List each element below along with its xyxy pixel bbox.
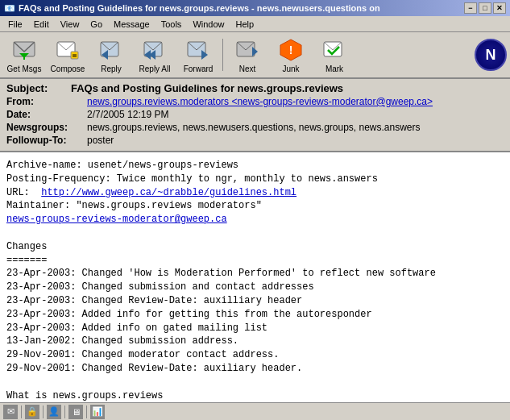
body-line-1: Posting-Frequency: Twice monthly to ngr,… [6,173,504,186]
followupto-row: Followup-To: poster [6,135,504,146]
title-bar-left: 📧 FAQs and Posting Guidelines for news.g… [4,3,380,14]
next-label: Next [239,64,256,73]
status-envelope-icon[interactable]: ✉ [3,405,18,419]
change-8: 29-Nov-2001: Changed Review-Date: auxili… [6,362,504,376]
maximize-button[interactable]: □ [479,2,491,14]
changes-heading: Changes [6,240,504,254]
reply-button[interactable]: Reply [90,34,132,76]
menu-window[interactable]: Window [188,18,229,31]
mark-icon [321,37,347,63]
forward-button[interactable]: Forward [177,34,219,76]
minimize-button[interactable]: − [464,2,477,14]
reply-all-button[interactable]: Reply All [134,34,176,76]
status-divider-1 [21,405,22,418]
email-link[interactable]: news-groups-reviews-moderator@gweep.ca [6,214,227,225]
followupto-label: Followup-To: [6,135,87,146]
date-row: Date: 2/7/2005 12:19 PM [6,109,504,120]
menu-help[interactable]: Help [231,18,259,31]
status-window-icon[interactable]: 🖥 [68,405,83,419]
change-3: 23-Apr-2003: Changed Review-Date: auxill… [6,294,504,308]
url-link[interactable]: http://www.gweep.ca/~drabble/guidelines.… [41,187,296,198]
compose-button[interactable]: Compose [47,34,89,76]
toolbar-separator [222,39,223,71]
mark-label: Mark [325,64,343,73]
reply-icon [98,37,124,63]
subject-value: FAQs and Posting Guidelines for news.gro… [71,82,343,94]
status-panel-icon[interactable]: 📊 [90,405,105,419]
change-2: 23-Apr-2003: Changed submission and cont… [6,281,504,294]
email-header: Subject: FAQs and Posting Guidelines for… [0,79,510,152]
date-label: Date: [6,109,87,120]
status-user-icon[interactable]: 👤 [47,405,61,419]
newsgroups-label: Newsgroups: [6,122,87,133]
junk-label: Junk [282,64,299,73]
menu-file[interactable]: File [3,18,27,31]
subject-label: Subject: [6,82,71,94]
junk-button[interactable]: ! Junk [270,34,312,76]
followupto-value: poster [87,135,114,146]
reply-all-label: Reply All [139,64,171,73]
title-bar-buttons: − □ ✕ [464,2,506,14]
from-row: From: news.groups.reviews.moderators <ne… [6,96,504,107]
close-button[interactable]: ✕ [493,2,506,14]
menu-view[interactable]: View [56,18,85,31]
forward-label: Forward [184,64,214,73]
body-line-3: Maintainer: "news.groups.reviews moderat… [6,199,504,213]
from-value[interactable]: news.groups.reviews.moderators <news-gro… [87,96,433,107]
status-divider-4 [86,405,87,418]
app-icon: 📧 [4,3,15,14]
reply-label: Reply [101,64,122,73]
newsgroups-row: Newsgroups: news.groups.reviews, news.ne… [6,122,504,133]
change-7: 29-Nov-2001: Changed moderator contact a… [6,348,504,362]
body-line-0: Archive-name: usenet/news-groups-reviews [6,159,504,173]
next-icon [234,37,260,63]
newsgroups-value: news.groups.reviews, news.newusers.quest… [87,122,421,133]
change-4: 23-Apr-2003: Added info for getting this… [6,308,504,322]
changes-underline: ======= [6,254,504,268]
body-line-2: URL: http://www.gweep.ca/~drabble/guidel… [6,186,504,200]
next-button[interactable]: Next [226,34,268,76]
window-title: FAQs and Posting Guidelines for news.gro… [19,3,380,13]
netscape-icon: N [475,39,507,71]
change-5: 23-Apr-2003: Added info on gated mailing… [6,322,504,335]
status-divider-2 [43,405,44,418]
menu-message[interactable]: Message [109,18,155,31]
get-msgs-button[interactable]: Get Msgs [3,34,45,76]
status-lock-icon[interactable]: 🔒 [25,405,39,419]
mark-button[interactable]: Mark [313,34,355,76]
toolbar: Get Msgs Compose [0,32,510,79]
reply-all-icon [142,37,168,63]
main-content: File Edit View Go Message Tools Window H… [0,16,510,420]
from-label: From: [6,96,87,107]
change-6: 13-Jan-2002: Changed submission address. [6,335,504,348]
get-msgs-icon [11,37,37,63]
status-divider-3 [64,405,65,418]
change-1: 23-Apr-2003: Changed 'How is Moderation … [6,267,504,281]
compose-label: Compose [51,64,85,73]
svg-text:!: ! [289,44,293,56]
junk-icon: ! [278,37,304,63]
date-value: 2/7/2005 12:19 PM [87,109,168,120]
menu-bar: File Edit View Go Message Tools Window H… [0,16,510,32]
email-body[interactable]: Archive-name: usenet/news-groups-reviews… [0,152,510,402]
menu-go[interactable]: Go [85,18,107,31]
forward-icon [185,37,211,63]
title-bar: 📧 FAQs and Posting Guidelines for news.g… [0,0,510,16]
get-msgs-label: Get Msgs [7,64,42,73]
what-is-heading: What is news.groups.reviews [6,389,504,402]
menu-tools[interactable]: Tools [156,18,187,31]
status-bar: ✉ 🔒 👤 🖥 📊 [0,402,510,420]
subject-row: Subject: FAQs and Posting Guidelines for… [6,82,504,94]
menu-edit[interactable]: Edit [29,18,54,31]
compose-icon [55,37,81,63]
